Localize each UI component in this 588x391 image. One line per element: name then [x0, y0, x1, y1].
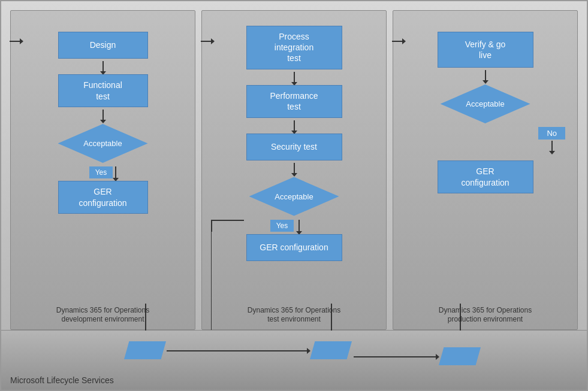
col3-acceptable-diamond: Acceptable	[441, 84, 530, 123]
arrow1	[102, 61, 104, 72]
arrow5	[294, 163, 295, 174]
arrow2	[102, 110, 104, 120]
col1-panel: Design Functional test Acceptable Yes GE…	[10, 10, 195, 330]
process-integration-box: Processintegrationtest	[246, 26, 342, 69]
col1-flow: Design Functional test Acceptable Yes GE…	[17, 20, 189, 214]
functional-test-box: Functional test	[58, 74, 148, 107]
col3-panel: Verify & golive Acceptable No	[393, 10, 578, 330]
col3-ger-box: GERconfiguration	[438, 160, 533, 193]
col2-flow: Processintegrationtest Performancetest S…	[208, 20, 380, 261]
col3-label: Dynamics 365 for Operationsproduction en…	[393, 306, 577, 325]
lcs-area: Microsoft Lifecycle Services	[1, 330, 587, 390]
col2-yes-label: Yes	[270, 220, 294, 232]
col3-no-label: No	[538, 127, 565, 140]
lcs-parallelogram-1	[124, 341, 166, 359]
arrow6	[485, 70, 486, 81]
performance-test-box: Performancetest	[246, 85, 342, 118]
main-flow-area: Design Functional test Acceptable Yes GE…	[1, 1, 587, 330]
lcs-label: Microsoft Lifecycle Services	[10, 375, 114, 385]
col3-flow: Verify & golive Acceptable No	[399, 20, 571, 193]
col2-ger-box: GER configuration	[246, 234, 342, 261]
col1-ger-box: GER configuration	[58, 181, 148, 214]
col1-label: Dynamics 365 for Operationsdevelopment e…	[11, 306, 195, 325]
diagram-container: Design Functional test Acceptable Yes GE…	[0, 0, 588, 391]
lcs-parallelogram-3	[439, 347, 481, 365]
col1-acceptable-diamond: Acceptable	[58, 124, 148, 163]
design-box: Design	[58, 32, 148, 59]
arrow4	[294, 120, 295, 131]
security-test-box: Security test	[246, 134, 342, 160]
col2-acceptable-diamond: Acceptable	[249, 177, 339, 216]
verify-go-live-box: Verify & golive	[438, 32, 533, 68]
arrow3	[294, 72, 295, 83]
col2-panel: Processintegrationtest Performancetest S…	[201, 10, 387, 330]
col2-label: Dynamics 365 for Operationstest environm…	[202, 306, 386, 325]
col1-yes-label: Yes	[89, 166, 113, 178]
lcs-parallelogram-2	[310, 341, 352, 359]
